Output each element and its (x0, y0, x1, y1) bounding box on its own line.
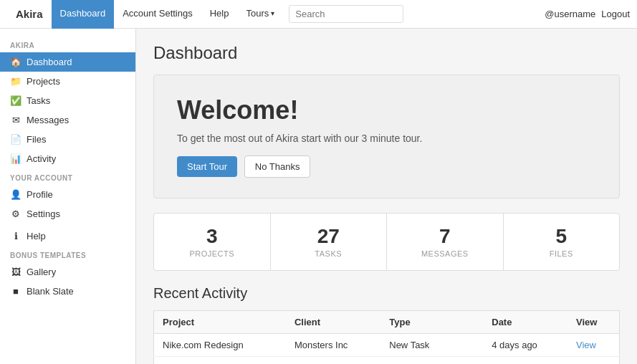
col-client: Client (286, 311, 380, 334)
sidebar-item-settings[interactable]: ⚙ Settings (0, 204, 135, 224)
stats-row: 3 PROJECTS 27 TASKS 7 MESSAGES 5 FILES (153, 213, 620, 271)
sidebar-item-files[interactable]: 📄 Files (0, 130, 135, 149)
sidebar-item-activity[interactable]: 📊 Activity (0, 149, 135, 168)
stat-projects: 3 PROJECTS (154, 214, 271, 270)
stat-tasks-number: 27 (285, 225, 373, 248)
stat-messages-number: 7 (401, 225, 489, 248)
cell-project: Nike.com Redesign (154, 357, 286, 365)
table-row: Nike.com Redesign Monsters Inc New Messa… (154, 357, 620, 365)
col-date: Date (483, 311, 567, 334)
nav-item-tours[interactable]: Tours ▾ (237, 0, 283, 29)
cell-type: New Task (380, 334, 483, 357)
tasks-icon: ✅ (10, 95, 21, 106)
sidebar-section-bonus: BONUS TEMPLATES (0, 246, 135, 262)
blank-slate-icon: ■ (10, 286, 21, 297)
stat-messages: 7 MESSAGES (387, 214, 504, 270)
stat-files-label: FILES (550, 249, 573, 258)
sidebar-item-messages[interactable]: ✉ Messages (0, 110, 135, 130)
stat-projects-number: 3 (168, 225, 256, 248)
sidebar: AKIRA 🏠 Dashboard 📁 Projects ✅ Tasks ✉ M… (0, 29, 136, 364)
sidebar-item-tasks[interactable]: ✅ Tasks (0, 91, 135, 110)
sidebar-item-help[interactable]: ℹ Help (0, 226, 135, 246)
cell-date: 5 days ago (483, 357, 567, 365)
cell-type: New Message (380, 357, 483, 365)
nav-item-account-settings[interactable]: Account Settings (114, 0, 201, 29)
nav-right: @username Logout (545, 9, 630, 19)
sidebar-section-account: YOUR ACCOUNT (0, 168, 135, 185)
help-icon: ℹ (10, 231, 21, 241)
mail-icon: ✉ (10, 115, 21, 125)
settings-icon: ⚙ (10, 209, 21, 219)
stat-tasks: 27 TASKS (271, 214, 388, 270)
sidebar-item-profile[interactable]: 👤 Profile (0, 185, 135, 204)
stat-projects-label: PROJECTS (189, 249, 234, 258)
main-layout: AKIRA 🏠 Dashboard 📁 Projects ✅ Tasks ✉ M… (0, 29, 637, 364)
welcome-card: Welcome! To get the most out of Akira st… (153, 75, 620, 198)
no-thanks-button[interactable]: No Thanks (244, 155, 311, 178)
brand-logo: Akira (7, 0, 52, 29)
cell-project: Nike.com Redesign (154, 334, 286, 357)
activity-icon: 📊 (10, 153, 21, 164)
sidebar-section-akira: AKIRA (0, 36, 135, 52)
activity-section-title: Recent Activity (153, 285, 620, 302)
nav-search-container (289, 5, 545, 23)
gallery-icon: 🖼 (10, 267, 21, 277)
chevron-down-icon: ▾ (271, 9, 274, 17)
stat-messages-label: MESSAGES (421, 249, 469, 258)
sidebar-item-dashboard[interactable]: 🏠 Dashboard (0, 52, 135, 72)
cell-view[interactable]: View (567, 334, 619, 357)
cell-client: Monsters Inc (286, 357, 380, 365)
file-icon: 📄 (10, 134, 21, 145)
sidebar-item-projects[interactable]: 📁 Projects (0, 72, 135, 91)
profile-icon: 👤 (10, 189, 21, 200)
sidebar-item-blank-slate[interactable]: ■ Blank Slate (0, 282, 135, 301)
top-nav: Akira Dashboard Account Settings Help To… (0, 0, 637, 29)
page-title: Dashboard (153, 43, 620, 63)
sidebar-item-gallery[interactable]: 🖼 Gallery (0, 262, 135, 282)
stat-tasks-label: TASKS (315, 249, 342, 258)
welcome-text: To get the most out of Akira start with … (177, 133, 596, 144)
nav-username: @username (545, 9, 595, 19)
col-type: Type (380, 311, 483, 334)
col-project: Project (154, 311, 286, 334)
folder-icon: 📁 (10, 76, 21, 87)
nav-logout-button[interactable]: Logout (601, 9, 630, 19)
cell-client: Monsters Inc (286, 334, 380, 357)
cell-date: 4 days ago (483, 334, 567, 357)
stat-files-number: 5 (518, 225, 605, 248)
nav-item-dashboard[interactable]: Dashboard (52, 0, 115, 29)
col-view: View (567, 311, 619, 334)
stat-files: 5 FILES (504, 214, 620, 270)
cell-view[interactable]: View (567, 357, 619, 365)
nav-item-help[interactable]: Help (201, 0, 238, 29)
main-content: Dashboard Welcome! To get the most out o… (136, 29, 637, 364)
search-input[interactable] (289, 5, 403, 23)
welcome-heading: Welcome! (177, 95, 596, 125)
table-row: Nike.com Redesign Monsters Inc New Task … (154, 334, 620, 357)
activity-table: Project Client Type Date View Nike.com R… (153, 310, 620, 364)
home-icon: 🏠 (10, 57, 21, 67)
start-tour-button[interactable]: Start Tour (177, 156, 237, 177)
